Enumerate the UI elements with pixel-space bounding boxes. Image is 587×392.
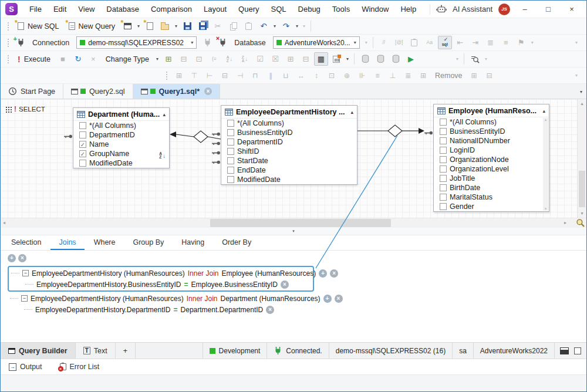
column-row[interactable]: *(All Columns) <box>73 121 169 130</box>
join-row[interactable]: −EmployeeDepartmentHistory (HumanResourc… <box>11 268 311 279</box>
column-checkbox[interactable] <box>79 131 86 138</box>
open-file-icon[interactable] <box>158 19 172 33</box>
user-avatar[interactable]: JS <box>498 4 510 15</box>
scroll-down-icon[interactable]: ▼ <box>544 207 548 211</box>
view-tab-text[interactable]: TText <box>76 343 116 359</box>
panel-tab-output[interactable]: →Output <box>9 363 42 371</box>
editor-only-icon[interactable] <box>574 347 581 354</box>
column-checkbox[interactable] <box>440 147 447 154</box>
collapse-card-icon[interactable]: ▴ <box>350 109 353 115</box>
join-type[interactable]: Inner Join <box>187 295 218 303</box>
column-checkbox[interactable] <box>440 137 447 144</box>
toolbar-grip[interactable] <box>7 55 9 63</box>
table-card-department[interactable]: Department (Huma...▴*(All Columns)Depart… <box>73 107 170 168</box>
remove-condition-button[interactable]: × <box>281 281 289 289</box>
add-condition-button[interactable]: + <box>319 269 327 278</box>
menu-comparison[interactable]: Comparison <box>145 1 198 18</box>
menu-edit[interactable]: Edit <box>48 1 72 18</box>
column-row[interactable]: ModifiedDate <box>221 175 357 184</box>
close-button[interactable]: × <box>563 5 581 13</box>
criteria-tab-order-by[interactable]: Order By <box>214 235 259 250</box>
criteria-tab-group-by[interactable]: Group By <box>124 235 172 250</box>
table-card-header[interactable]: Employee (HumanReso...▴ <box>434 104 549 117</box>
new-file-icon[interactable]: * <box>143 19 157 33</box>
column-checkbox[interactable] <box>440 165 447 173</box>
new-query-button[interactable]: *New Query <box>65 21 120 32</box>
refresh-icon[interactable]: ↻ <box>71 52 85 66</box>
chevron-down-icon[interactable]: ▾ <box>191 40 193 45</box>
panel-tab-error-list[interactable]: Error List <box>60 363 100 371</box>
column-checkbox[interactable] <box>227 120 234 127</box>
tab-query2-sql[interactable]: Query2.sql <box>63 84 133 99</box>
column-row[interactable]: BusinessEntityID <box>434 127 549 136</box>
diagram-vertical-scrollbar[interactable]: ▴ ▾ <box>577 99 586 218</box>
column-row[interactable]: BusinessEntityID <box>221 128 357 137</box>
collapse-card-icon[interactable]: ▴ <box>542 108 545 114</box>
add-join-button[interactable]: + <box>8 254 16 262</box>
column-row[interactable]: BirthDate <box>434 183 549 192</box>
connection-combo[interactable]: demo-mssql\SQLEXPRESS02▾ <box>76 36 197 49</box>
find-in-doc-icon[interactable] <box>468 52 482 66</box>
criteria-tab-where[interactable]: Where <box>86 235 124 250</box>
collapse-card-icon[interactable]: ▴ <box>163 111 166 117</box>
undo-icon[interactable]: ↶ <box>257 19 271 33</box>
column-checkbox[interactable] <box>440 184 447 191</box>
column-row[interactable]: ✓Name <box>73 140 169 149</box>
remove-condition-button[interactable]: × <box>266 306 274 314</box>
save-icon[interactable] <box>180 19 194 33</box>
column-row[interactable]: ModifiedDate <box>73 158 169 168</box>
table-card-employee[interactable]: Employee (HumanReso...▴*(All Columns)Bus… <box>433 104 549 212</box>
table-scrollbar[interactable]: ▲▼ <box>543 118 548 211</box>
join-condition-row[interactable]: EmployeeDepartmentHistory.DepartmentID=D… <box>10 304 586 315</box>
table-card-header[interactable]: EmployeeDepartmentHistory ...▴ <box>221 106 357 119</box>
database-combo[interactable]: AdventureWorks20...▾ <box>273 36 360 49</box>
validate-sql-icon[interactable]: sql <box>438 36 452 49</box>
column-checkbox[interactable] <box>79 160 86 167</box>
dropdown-caret-icon[interactable]: ▾ <box>345 56 350 62</box>
play-icon[interactable]: ▶ <box>404 52 418 66</box>
column-checkbox[interactable]: ✓ <box>79 141 86 148</box>
column-checkbox[interactable] <box>227 167 234 174</box>
menu-help[interactable]: Help <box>394 1 422 18</box>
collapse-join-icon[interactable]: − <box>21 295 28 302</box>
copy-new-window-icon[interactable]: ⊞ <box>161 52 176 66</box>
result-grid-icon[interactable]: ▦ <box>314 52 328 66</box>
column-row[interactable]: OrganizationNode <box>434 155 549 164</box>
tab-list-caret-icon[interactable]: ▾ <box>580 89 582 94</box>
condition-operator[interactable]: = <box>184 281 188 289</box>
change-type-button[interactable]: Change Type <box>102 54 153 65</box>
column-row[interactable]: ShiftID <box>221 147 357 156</box>
collapse-chevron-icon[interactable]: ▾ <box>292 229 295 234</box>
column-row[interactable]: DepartmentID <box>221 137 357 147</box>
table-card-employeedepartmenthistory[interactable]: EmployeeDepartmentHistory ...▴*(All Colu… <box>221 105 357 185</box>
column-checkbox[interactable] <box>79 122 86 129</box>
menu-window[interactable]: Window <box>356 1 394 18</box>
results-pane-icon[interactable] <box>560 347 569 354</box>
collapse-join-icon[interactable]: − <box>22 270 29 276</box>
column-row[interactable]: NationalIDNumber <box>434 136 549 146</box>
new-window-icon[interactable]: * <box>120 19 134 33</box>
scroll-up-icon[interactable]: ▴ <box>581 101 583 106</box>
add-condition-button[interactable]: + <box>323 295 332 303</box>
pane-splitter[interactable]: ▾ <box>1 228 586 235</box>
column-row[interactable]: DepartmentID <box>73 130 169 140</box>
tab-start-page[interactable]: Start Page <box>1 84 63 99</box>
column-checkbox[interactable] <box>227 176 234 183</box>
criteria-tab-joins[interactable]: Joins <box>50 235 84 250</box>
criteria-tab-having[interactable]: Having <box>173 235 212 250</box>
join-group[interactable]: −EmployeeDepartmentHistory (HumanResourc… <box>8 266 314 292</box>
new-connection-icon[interactable]: + <box>14 36 28 49</box>
column-checkbox[interactable] <box>440 119 447 126</box>
join-type[interactable]: Inner Join <box>188 269 219 278</box>
menu-query[interactable]: Query <box>232 1 265 18</box>
menu-sql[interactable]: SQL <box>265 1 292 18</box>
condition-operator[interactable]: = <box>174 306 178 314</box>
column-checkbox[interactable] <box>440 156 447 163</box>
scroll-down-icon[interactable]: ▾ <box>581 211 583 216</box>
scroll-up-icon[interactable]: ▲ <box>544 118 548 121</box>
remove-join-button[interactable]: × <box>335 295 343 303</box>
dropdown-caret-icon[interactable]: ▾ <box>294 23 300 29</box>
toolbar-grip[interactable] <box>166 71 168 80</box>
column-checkbox[interactable] <box>227 138 234 146</box>
criteria-tab-selection[interactable]: Selection <box>3 235 49 250</box>
